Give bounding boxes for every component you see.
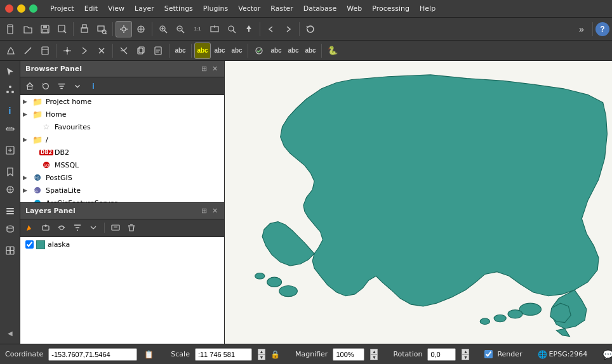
copy-features[interactable] <box>133 42 149 59</box>
print-preview-button[interactable] <box>93 21 110 37</box>
browser-home-button[interactable] <box>23 79 37 93</box>
add-to-overview-button[interactable] <box>109 221 123 235</box>
annotate-button[interactable]: abc <box>268 42 284 59</box>
minimize-button[interactable] <box>17 4 25 13</box>
browser-info-button[interactable]: i <box>86 79 100 93</box>
tree-item-home[interactable]: ▶ 📁 Home <box>20 108 224 120</box>
plugin-manager[interactable] <box>2 242 18 259</box>
rotation-up-arrow[interactable]: ▲ <box>462 349 469 354</box>
menu-database[interactable]: Database <box>298 3 342 15</box>
line-tool[interactable] <box>20 42 36 59</box>
copy-coord-button[interactable]: 📋 <box>142 350 156 359</box>
undock-layers-button[interactable]: ⊞ <box>199 206 208 215</box>
measure-tool[interactable] <box>2 120 18 137</box>
browser-tree[interactable]: ▶ 📁 Project home ▶ 📁 Home ☆ Favourites ▶… <box>20 95 224 202</box>
browser-refresh-button[interactable] <box>39 79 53 93</box>
menu-settings[interactable]: Settings <box>159 3 198 15</box>
select-tool[interactable] <box>2 63 18 80</box>
label-tool-4[interactable]: abc <box>229 42 245 59</box>
more-tools-button[interactable]: » <box>573 21 590 37</box>
scale-input[interactable] <box>195 348 252 361</box>
paste-features[interactable] <box>150 42 166 59</box>
coordinate-input[interactable] <box>48 348 137 361</box>
menu-layer[interactable]: Layer <box>130 3 159 15</box>
extent-tool[interactable] <box>2 181 18 198</box>
open-project-button[interactable] <box>20 21 36 37</box>
rotation-down-arrow[interactable]: ▼ <box>462 354 469 360</box>
pin-labels[interactable]: abc <box>285 42 302 59</box>
tree-item-favourites[interactable]: ☆ Favourites <box>20 120 224 133</box>
zoom-in-button[interactable] <box>155 21 171 37</box>
pan-to-selection-button[interactable] <box>241 21 257 37</box>
render-checkbox[interactable] <box>484 350 493 358</box>
menu-web[interactable]: Web <box>342 3 367 15</box>
close-browser-button[interactable]: ✕ <box>210 65 219 74</box>
open-layer-style-button[interactable] <box>23 221 37 235</box>
rotation-input[interactable] <box>427 348 456 361</box>
undock-browser-button[interactable]: ⊞ <box>199 65 208 74</box>
delete-feature[interactable] <box>93 42 110 59</box>
layer-alaska[interactable]: alaska <box>20 237 224 252</box>
zoom-last-button[interactable] <box>263 21 279 37</box>
tree-item-db2[interactable]: DB2 DB2 <box>20 146 224 159</box>
zoom-next-button[interactable] <box>280 21 296 37</box>
menu-project[interactable]: Project <box>45 3 79 15</box>
add-group-button[interactable] <box>39 221 53 235</box>
geometry-checker[interactable] <box>251 42 267 59</box>
menu-help[interactable]: Help <box>415 3 441 15</box>
magnifier-down-arrow[interactable]: ▼ <box>370 354 378 360</box>
tree-item-mssql[interactable]: SQL MSSQL <box>20 159 224 171</box>
dbmanager[interactable] <box>2 221 18 237</box>
move-feature[interactable] <box>59 42 76 59</box>
menu-plugins[interactable]: Plugins <box>198 3 233 15</box>
close-button[interactable] <box>5 4 13 13</box>
edit-vertex-tool[interactable] <box>2 81 18 98</box>
expand-all-button[interactable] <box>86 221 100 235</box>
zoom-layer-button[interactable] <box>206 21 223 37</box>
filter-layer-button[interactable] <box>70 221 84 235</box>
digitize-button[interactable] <box>3 42 19 59</box>
scale-up-arrow[interactable]: ▲ <box>258 349 265 354</box>
menu-vector[interactable]: Vector <box>233 3 265 15</box>
close-layers-button[interactable]: ✕ <box>210 206 219 215</box>
layer-visibility-checkbox[interactable] <box>25 240 34 249</box>
tree-item-spatialite[interactable]: ▶ SL SpatiaLite <box>20 184 224 197</box>
layer-properties[interactable] <box>2 203 18 219</box>
epsg-crs-button[interactable]: 🌐 EPSG:2964 <box>538 350 588 359</box>
magnifier-up-arrow[interactable]: ▲ <box>370 349 378 354</box>
save-project-button[interactable] <box>37 21 53 37</box>
layers-list[interactable]: alaska <box>20 237 224 344</box>
print-button[interactable] <box>76 21 93 37</box>
zoom-full-button[interactable]: 1:1 <box>189 21 206 37</box>
magnifier-input[interactable] <box>333 348 364 361</box>
map-canvas[interactable] <box>225 61 612 344</box>
menu-edit[interactable]: Edit <box>79 3 103 15</box>
show-unplaced[interactable]: abc <box>302 42 319 59</box>
browser-collapse-button[interactable] <box>70 79 84 93</box>
select-features-button[interactable] <box>133 21 149 37</box>
layer-visibility-button[interactable] <box>55 221 69 235</box>
menu-raster[interactable]: Raster <box>265 3 298 15</box>
identify-tool[interactable]: i <box>2 103 18 119</box>
messages-button[interactable]: 💬 <box>602 349 612 360</box>
zoom-out-button[interactable] <box>172 21 189 37</box>
rotate-feature[interactable] <box>76 42 93 59</box>
expand-panel[interactable]: ◀ <box>2 325 18 341</box>
tree-item-arcgis[interactable]: AGF ArcGisFeatureServer <box>20 197 224 202</box>
python-button[interactable]: 🐍 <box>324 42 341 59</box>
save-as-button[interactable] <box>54 21 70 37</box>
pan-map-button[interactable] <box>116 21 132 37</box>
maximize-button[interactable] <box>29 4 37 13</box>
browser-filter-button[interactable] <box>55 79 69 93</box>
save-edit-button[interactable] <box>37 42 53 59</box>
menu-view[interactable]: View <box>103 3 130 15</box>
spatial-bookmarks[interactable] <box>2 164 18 180</box>
label-tool-3[interactable]: abc <box>211 42 228 59</box>
scale-down-arrow[interactable]: ▼ <box>258 354 265 360</box>
menu-processing[interactable]: Processing <box>367 3 415 15</box>
zoom-selection-button[interactable] <box>223 21 240 37</box>
cut-features[interactable] <box>116 42 132 59</box>
remove-layer-button[interactable] <box>124 221 138 235</box>
label-tool-2[interactable]: abc <box>194 42 211 59</box>
label-tool-1[interactable]: abc <box>172 42 189 59</box>
